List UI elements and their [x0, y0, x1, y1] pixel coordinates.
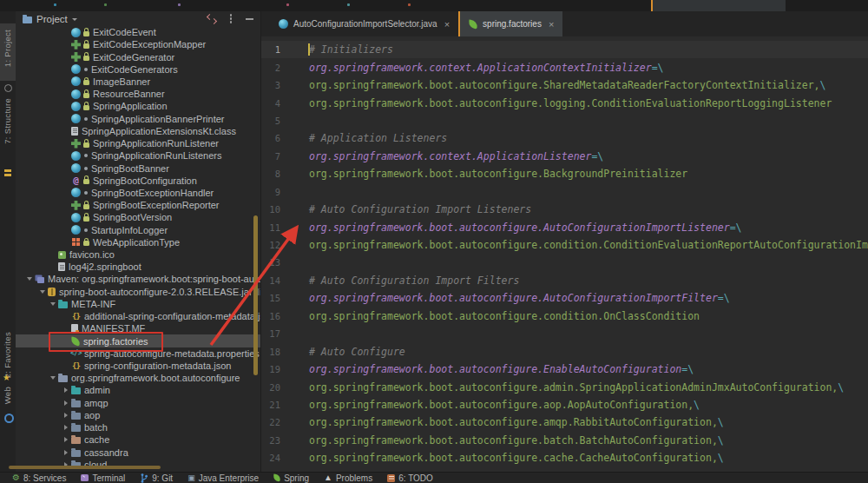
code-line-9[interactable]: 9: [261, 183, 868, 201]
code-line-3[interactable]: 3org.springframework.boot.autoconfigure.…: [261, 76, 868, 94]
code-line-11[interactable]: 11org.springframework.boot.autoconfigure…: [261, 218, 868, 235]
tree-vertical-scrollbar[interactable]: [253, 215, 258, 375]
tree-item-imagebanner[interactable]: ImageBanner: [16, 76, 260, 88]
statusbar-item-problems[interactable]: ▲Problems: [324, 473, 372, 483]
statusbar-item-8-services[interactable]: ⚙8: Services: [12, 473, 66, 483]
tree-item-cassandra[interactable]: cassandra: [16, 446, 260, 458]
tree-item-meta-inf[interactable]: META-INF: [16, 298, 260, 310]
chevron-collapsed-icon[interactable]: [60, 387, 71, 393]
tree-item-springapplicationextensionskt-class[interactable]: SpringApplicationExtensionsKt.class: [16, 125, 260, 137]
todo-icon: [387, 474, 395, 482]
tree-item-org-springframework-boot-autoconfigure[interactable]: org.springframework.boot.autoconfigure: [16, 372, 260, 384]
collapse-all-icon[interactable]: [207, 15, 216, 23]
tree-item-exitcodeevent[interactable]: ExitCodeEvent: [16, 26, 260, 38]
code-line-13[interactable]: 13: [261, 254, 868, 271]
tree-item-additional-spring-configuration-metadata[interactable]: {}additional-spring-configuration-metada…: [16, 310, 260, 322]
code-line-2[interactable]: 2org.springframework.context.Application…: [261, 58, 868, 76]
chevron-expanded-icon[interactable]: [23, 275, 35, 283]
code-line-20[interactable]: 20org.springframework.boot.autoconfigure…: [261, 378, 868, 395]
statusbar-item-java-enterprise[interactable]: ▣Java Enterprise: [187, 473, 259, 483]
tree-item-batch[interactable]: batch: [16, 421, 260, 433]
code-line-16[interactable]: 16org.springframework.boot.autoconfigure…: [261, 308, 868, 325]
code-line-10[interactable]: 10# Auto Configuration Import Listeners: [261, 201, 868, 218]
tree-item-springapplication[interactable]: SpringApplication: [16, 100, 260, 112]
close-tab-icon[interactable]: ×: [444, 19, 450, 30]
tree-item-springbootversion[interactable]: SpringBootVersion: [16, 211, 260, 223]
code-line-22[interactable]: 22org.springframework.boot.autoconfigure…: [261, 414, 868, 431]
code-line-8[interactable]: 8org.springframework.boot.autoconfigure.…: [261, 165, 868, 182]
code-line-5[interactable]: 5: [261, 112, 868, 129]
project-panel-title: Project: [36, 14, 68, 24]
close-tab-icon[interactable]: ×: [549, 19, 554, 30]
code-line-14[interactable]: 14# Auto Configuration Import Filters: [261, 272, 868, 289]
chevron-collapsed-icon[interactable]: [60, 437, 71, 442]
tree-item-favicon-ico[interactable]: favicon.ico: [16, 248, 260, 261]
tree-item-springbootbanner[interactable]: SpringBootBanner: [16, 162, 260, 174]
code-line-21[interactable]: 21org.springframework.boot.autoconfigure…: [261, 396, 868, 414]
code-line-6[interactable]: 6# Application Listeners: [261, 129, 868, 147]
chevron-collapsed-icon[interactable]: [60, 450, 71, 455]
tree-item-spring-boot-autoconfigure-2-0-3-release-[interactable]: spring-boot-autoconfigure-2.0.3.RELEASE.…: [16, 286, 260, 298]
tree-item-springbootexceptionreporter[interactable]: SpringBootExceptionReporter: [16, 199, 260, 211]
code-area[interactable]: 1# Initializers2org.springframework.cont…: [261, 36, 868, 467]
chevron-collapsed-icon[interactable]: [60, 425, 71, 430]
tree-item-label: ExitCodeGenerators: [91, 64, 178, 75]
tree-item-springapplicationrunlistener[interactable]: SpringApplicationRunListener: [16, 137, 260, 149]
code-line-24[interactable]: 24org.springframework.boot.autoconfigure…: [261, 449, 868, 466]
class-icon: [71, 114, 81, 123]
tree-item-log4j2-springboot[interactable]: log4j2.springboot: [16, 261, 260, 273]
tree-item-maven-org-springframework-boot-spring-bo[interactable]: Maven: org.springframework.boot:spring-b…: [16, 273, 260, 285]
editor-tab-autoconfigurationimportselector-java[interactable]: AutoConfigurationImportSelector.java×: [270, 11, 458, 36]
chevron-collapsed-icon[interactable]: [60, 413, 71, 418]
chevron-expanded-icon[interactable]: [47, 300, 58, 308]
code-line-12[interactable]: 12org.springframework.boot.autoconfigure…: [261, 236, 868, 254]
spring-leaf-icon: [273, 474, 281, 482]
code-line-1[interactable]: 1# Initializers: [261, 41, 868, 58]
tree-item-exitcodegenerator[interactable]: ExitCodeGenerator: [16, 50, 260, 63]
tree-item-startupinfologger[interactable]: StartupInfoLogger: [16, 224, 260, 236]
stripe-button-favorites[interactable]: 2: Favorites: [0, 330, 16, 372]
code-line-19[interactable]: 19org.springframework.boot.autoconfigure…: [261, 361, 868, 378]
build-variants-icon[interactable]: [4, 169, 11, 172]
hide-panel-icon[interactable]: [246, 18, 253, 20]
line-number: 8: [261, 169, 302, 179]
tree-item-springapplicationrunlisteners[interactable]: SpringApplicationRunListeners: [16, 149, 260, 162]
code-line-18[interactable]: 18# Auto Configure: [261, 342, 868, 360]
tree-item-exitcodegenerators[interactable]: ExitCodeGenerators: [16, 63, 260, 76]
stripe-button-web[interactable]: Web: [0, 385, 16, 414]
stripe-button-structure[interactable]: 7: Structure: [0, 96, 16, 158]
code-line-7[interactable]: 7org.springframework.context.Application…: [261, 148, 868, 165]
tree-item-springbootexceptionhandler[interactable]: SpringBootExceptionHandler: [16, 187, 260, 199]
chevron-collapsed-icon[interactable]: [60, 400, 71, 406]
options-menu-icon[interactable]: [230, 17, 233, 20]
code-line-4[interactable]: 4org.springframework.boot.autoconfigure.…: [261, 94, 868, 111]
statusbar-item-6-todo[interactable]: 6: TODO: [387, 473, 433, 483]
code-line-15[interactable]: 15org.springframework.boot.autoconfigure…: [261, 289, 868, 307]
tree-item-spring-configuration-metadata-json[interactable]: {}spring-configuration-metadata.json: [16, 360, 260, 372]
tree-horizontal-scrollbar[interactable]: [9, 466, 161, 469]
tree-item-springapplicationbannerprinter[interactable]: SpringApplicationBannerPrinter: [16, 113, 260, 125]
code-line-17[interactable]: 17: [261, 325, 868, 342]
chevron-expanded-icon[interactable]: [36, 288, 48, 296]
line-number: 9: [261, 187, 302, 197]
tree-item-resourcebanner[interactable]: ResourceBanner: [16, 88, 260, 100]
chevron-expanded-icon[interactable]: [47, 374, 58, 382]
tree-item-admin[interactable]: admin: [16, 384, 260, 396]
tree-item-webapplicationtype[interactable]: WebApplicationType: [16, 236, 260, 248]
code-line-23[interactable]: 23org.springframework.boot.autoconfigure…: [261, 432, 868, 449]
tree-item-springbootconfiguration[interactable]: @SpringBootConfiguration: [16, 175, 260, 187]
web-icon[interactable]: [4, 414, 14, 423]
stripe-button-project[interactable]: 1: Project: [0, 23, 16, 81]
statusbar-item-terminal[interactable]: Terminal: [81, 473, 125, 483]
statusbar-item-spring[interactable]: Spring: [273, 473, 309, 483]
favorites-star-icon[interactable]: ★: [3, 374, 10, 382]
tree-item-amqp[interactable]: amqp: [16, 397, 260, 409]
chevron-down-icon[interactable]: [72, 18, 77, 23]
editor-tab-spring-factories[interactable]: spring.factories×: [460, 11, 562, 36]
status-bar: ⚙8: ServicesTerminal9: Git▣Java Enterpri…: [0, 472, 868, 483]
tree-item-cache[interactable]: cache: [16, 433, 260, 446]
tree-item-aop[interactable]: aop: [16, 409, 260, 421]
tree-item-exitcodeexceptionmapper[interactable]: ExitCodeExceptionMapper: [16, 38, 260, 50]
tool-window-icon[interactable]: [4, 84, 12, 92]
statusbar-item-9-git[interactable]: 9: Git: [140, 473, 173, 483]
